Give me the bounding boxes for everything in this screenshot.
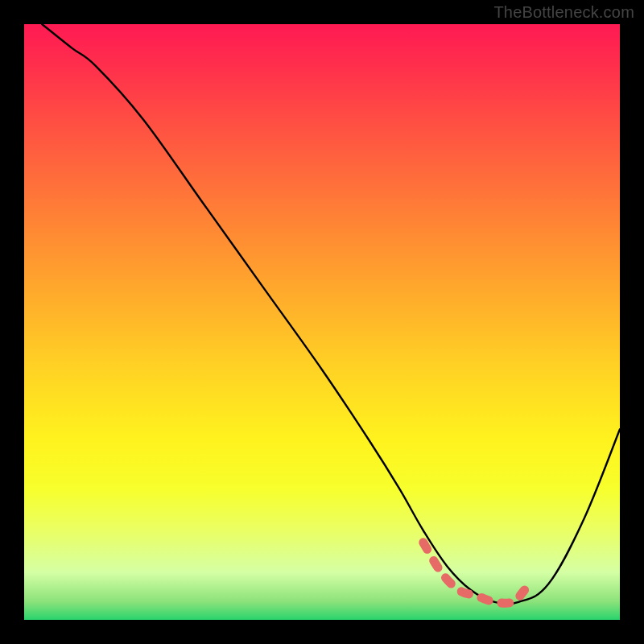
plot-area	[24, 24, 620, 620]
curve-layer	[24, 24, 620, 620]
optimal-zone-path	[423, 543, 525, 604]
chart-stage: TheBottleneck.com	[0, 0, 644, 644]
bottleneck-curve-path	[42, 24, 620, 604]
watermark-text: TheBottleneck.com	[493, 3, 634, 22]
